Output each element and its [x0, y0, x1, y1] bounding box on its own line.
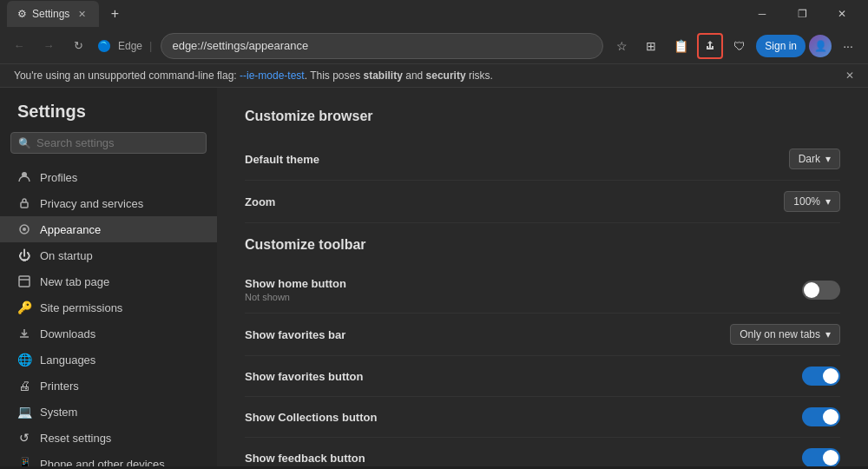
newtab-icon [17, 274, 31, 288]
appearance-label: Appearance [40, 223, 101, 236]
refresh-button[interactable]: ↻ [66, 34, 90, 58]
feedback-button-toggle[interactable] [802, 448, 840, 466]
address-bar: ← → ↻ Edge | ☆ ⊞ 📋 🛡 Sign in 👤 ··· [0, 28, 868, 64]
feedback-button-info: Show feedback button [245, 452, 365, 465]
theme-label: Default theme [245, 153, 319, 166]
toolbar-section-title: Customize toolbar [245, 237, 840, 253]
sidebar-item-system[interactable]: 💻 System [0, 399, 217, 425]
sidebar-item-profiles[interactable]: Profiles [0, 164, 217, 190]
tab-close-button[interactable]: ✕ [75, 7, 89, 21]
sidebar-item-newtab[interactable]: New tab page [0, 268, 217, 294]
warning-flag: --ie-mode-test [240, 69, 305, 82]
sidebar-title: Settings [0, 102, 217, 132]
sidebar-item-printers[interactable]: 🖨 Printers [0, 373, 217, 399]
theme-setting-row: Default theme Dark ▾ [245, 138, 840, 181]
content-area: Customize browser Default theme Dark ▾ Z… [217, 88, 868, 466]
home-button-toggle[interactable] [802, 281, 840, 300]
sidebar-item-startup[interactable]: ⏻ On startup [0, 242, 217, 268]
favorites-bar-row: Show favorites bar Only on new tabs ▾ [245, 314, 840, 356]
collections-button-row: Show Collections button [245, 397, 840, 438]
collections-icon[interactable]: ⊞ [638, 33, 664, 59]
profiles-icon [17, 170, 31, 184]
tab-settings-icon: ⚙ [17, 8, 27, 20]
browser-essentials-icon[interactable]: 🛡 [727, 33, 753, 59]
search-input[interactable] [36, 136, 199, 149]
favorites-bar-chevron-icon: ▾ [825, 328, 831, 340]
sidebar: Settings 🔍 Profiles Privacy and services… [0, 88, 217, 466]
back-button[interactable]: ← [7, 34, 31, 58]
favorites-icon[interactable]: ☆ [608, 33, 635, 59]
stability-text: stability [364, 69, 403, 82]
chevron-down-icon2: ▾ [825, 195, 831, 208]
url-separator: | [149, 39, 152, 52]
new-tab-button[interactable]: + [102, 2, 127, 26]
settings-tab[interactable]: ⚙ Settings ✕ [7, 1, 99, 27]
avatar[interactable]: 👤 [809, 35, 832, 57]
warning-close-button[interactable]: ✕ [845, 69, 854, 82]
sidebar-item-phone[interactable]: 📱 Phone and other devices [0, 451, 217, 466]
zoom-label: Zoom [245, 195, 275, 208]
favorites-button-info: Show favorites button [245, 370, 364, 383]
forward-button[interactable]: → [36, 34, 61, 58]
toolbar-icons: ☆ ⊞ 📋 🛡 Sign in 👤 ··· [608, 33, 861, 59]
phone-label: Phone and other devices [40, 458, 165, 467]
favorites-button-toggle[interactable] [802, 367, 840, 386]
favorites-bar-select[interactable]: Only on new tabs ▾ [730, 324, 840, 345]
feedback-button-row: Show feedback button [245, 438, 840, 466]
printers-icon: 🖨 [17, 379, 31, 393]
search-box[interactable]: 🔍 [10, 132, 207, 154]
theme-select[interactable]: Dark ▾ [789, 149, 840, 169]
zoom-select[interactable]: 100% ▾ [784, 191, 840, 212]
languages-label: Languages [40, 353, 95, 367]
address-input[interactable] [161, 33, 603, 59]
more-options-icon[interactable]: ··· [835, 33, 861, 59]
phone-icon: 📱 [17, 457, 31, 466]
svg-rect-4 [19, 276, 30, 287]
reset-icon: ↺ [17, 431, 31, 445]
privacy-label: Privacy and services [40, 197, 143, 210]
sidebar-item-reset[interactable]: ↺ Reset settings [0, 425, 217, 451]
title-bar: ⚙ Settings ✕ + ─ ❐ ✕ [0, 0, 868, 28]
warning-bar: You're using an unsupported command-line… [0, 64, 868, 88]
browser-section-title: Customize browser [245, 109, 840, 124]
appearance-icon [17, 222, 31, 236]
downloads-label: Downloads [40, 327, 95, 340]
downloads-icon [17, 327, 31, 340]
signin-button[interactable]: Sign in [756, 35, 806, 57]
svg-rect-1 [21, 202, 28, 208]
startup-icon: ⏻ [17, 248, 31, 262]
edge-logo [95, 37, 113, 55]
chevron-down-icon: ▾ [825, 153, 831, 165]
search-icon: 🔍 [18, 137, 31, 149]
sidebar-item-appearance[interactable]: Appearance [0, 216, 217, 242]
minimize-button[interactable]: ─ [743, 0, 781, 28]
sidebar-item-languages[interactable]: 🌐 Languages [0, 347, 217, 373]
profiles-label: Profiles [40, 171, 77, 184]
favorites-bar-info: Show favorites bar [245, 328, 345, 341]
home-button-info: Show home button Not shown [245, 277, 346, 302]
reset-label: Reset settings [40, 432, 111, 445]
restore-button[interactable]: ❐ [783, 0, 821, 28]
sidebar-item-permissions[interactable]: 🔑 Site permissions [0, 294, 217, 320]
reading-list-icon[interactable]: 📋 [667, 33, 694, 59]
share-icon[interactable] [697, 33, 723, 59]
security-text: security [426, 69, 466, 82]
permissions-icon: 🔑 [17, 301, 31, 314]
close-button[interactable]: ✕ [823, 0, 861, 28]
collections-button-info: Show Collections button [245, 411, 377, 424]
printers-label: Printers [40, 380, 79, 393]
home-button-row: Show home button Not shown [245, 267, 840, 314]
tab-settings-label: Settings [32, 8, 69, 20]
startup-label: On startup [40, 249, 93, 262]
edge-label: Edge [118, 40, 142, 52]
newtab-label: New tab page [40, 275, 109, 288]
main-layout: Settings 🔍 Profiles Privacy and services… [0, 88, 868, 466]
zoom-setting-row: Zoom 100% ▾ [245, 181, 840, 223]
section-divider [245, 223, 840, 237]
favorites-button-row: Show favorites button [245, 356, 840, 397]
collections-button-toggle[interactable] [802, 407, 840, 426]
window-controls: ─ ❐ ✕ [743, 0, 861, 28]
sidebar-item-privacy[interactable]: Privacy and services [0, 190, 217, 216]
svg-point-3 [23, 228, 26, 231]
sidebar-item-downloads[interactable]: Downloads [0, 320, 217, 347]
